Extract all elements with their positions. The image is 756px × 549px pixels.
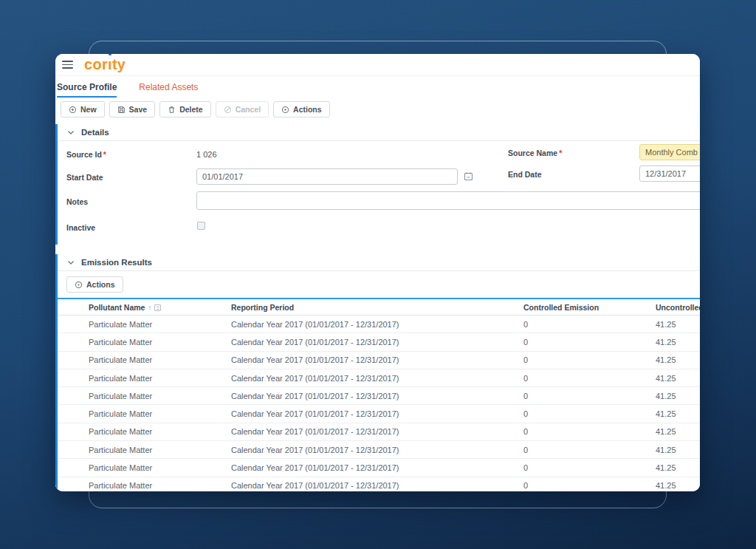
column-menu-icon[interactable] [154,304,161,311]
table-cell: 41.25 [656,355,700,364]
source-name-input[interactable] [639,144,700,160]
source-name-label: Source Name* [508,149,562,157]
tab-source-profile[interactable]: Source Profile [57,82,117,92]
table-cell: Particulate Matter [89,481,231,490]
table-cell: 41.25 [656,392,700,400]
start-date-input[interactable] [196,168,458,185]
table-cell: 0 [523,463,656,472]
section-title: Emission Results [81,258,152,267]
cancel-icon [224,106,232,114]
logo-dot-i: ı [108,56,112,72]
emission-results-section-header[interactable]: Emission Results [58,254,700,271]
required-asterisk: * [103,150,106,159]
table-cell: Calendar Year 2017 (01/01/2017 - 12/31/2… [231,446,523,454]
table-row[interactable]: Particulate MatterCalendar Year 2017 (01… [58,387,700,405]
table-cell: 0 [523,427,656,436]
table-cell: 0 [523,392,656,400]
table-cell: Particulate Matter [89,463,231,472]
table-cell: 41.25 [656,463,700,472]
table-row[interactable]: Particulate MatterCalendar Year 2017 (01… [58,477,700,491]
sort-ascending-icon[interactable]: ↑ [148,304,151,312]
table-cell: Calendar Year 2017 (01/01/2017 - 12/31/2… [231,409,523,418]
button-label: Delete [179,105,203,114]
toolbar: NewSaveDeleteCancelActions [61,101,330,117]
table-cell: 41.25 [656,446,700,454]
save-icon [117,106,126,114]
inactive-checkbox[interactable] [197,222,205,230]
column-header-pollutant-name[interactable]: Pollutant Name↑ [89,303,231,312]
actions-button[interactable]: Actions [273,101,330,117]
button-label: Actions [86,280,115,289]
table-cell: 0 [523,338,656,347]
button-label: New [80,105,97,114]
delete-icon [168,106,176,114]
notes-input[interactable] [196,191,700,210]
details-section-header[interactable]: Details [58,124,700,141]
table-cell: 41.25 [656,374,700,383]
emission-table-header: Pollutant Name↑ Reporting Period Control… [58,298,700,316]
button-label: Save [129,105,148,114]
table-row[interactable]: Particulate MatterCalendar Year 2017 (01… [58,333,700,351]
table-row[interactable]: Particulate MatterCalendar Year 2017 (01… [58,405,700,423]
table-cell: 0 [523,374,656,383]
column-header-controlled-emission[interactable]: Controlled Emission [523,303,656,312]
table-cell: Calendar Year 2017 (01/01/2017 - 12/31/2… [231,427,523,436]
emission-table: Pollutant Name↑ Reporting Period Control… [58,298,700,491]
hamburger-menu-icon[interactable] [62,61,73,69]
tab-related-assets[interactable]: Related Assets [139,82,198,92]
table-cell: Calendar Year 2017 (01/01/2017 - 12/31/2… [231,481,523,490]
emission-table-body: Particulate MatterCalendar Year 2017 (01… [58,316,700,491]
table-cell: Particulate Matter [89,355,231,364]
table-cell: 41.25 [656,409,700,418]
table-row[interactable]: Particulate MatterCalendar Year 2017 (01… [58,369,700,387]
chevron-down-icon [67,130,75,135]
cancel-button[interactable]: Cancel [216,101,269,117]
actions-icon [75,281,83,289]
table-cell: 0 [523,446,656,454]
end-date-label: End Date [508,170,542,179]
emission-actions-button[interactable]: Actions [66,276,123,293]
save-button[interactable]: Save [109,101,156,117]
source-id-label: Source Id* [66,150,106,159]
table-row[interactable]: Particulate MatterCalendar Year 2017 (01… [58,352,700,369]
calendar-icon[interactable] [464,171,473,181]
button-label: Cancel [236,105,261,114]
table-cell: 41.25 [656,427,700,436]
delete-button[interactable]: Delete [159,101,211,117]
table-cell: Particulate Matter [89,409,231,418]
emission-results-section: Emission Results Actions Pollutant Name↑… [55,254,700,491]
table-cell: Particulate Matter [89,338,231,347]
details-section: Details Source Id* 1 026 Source Name* St… [55,124,700,245]
table-cell: Calendar Year 2017 (01/01/2017 - 12/31/2… [231,338,523,347]
table-cell: 41.25 [656,320,700,329]
column-header-uncontrolled-emission[interactable]: Uncontrolled Emission [656,303,700,312]
notes-label: Notes [66,197,88,206]
table-cell: Particulate Matter [89,374,231,383]
table-cell: Particulate Matter [89,392,231,400]
end-date-input[interactable] [639,166,700,182]
table-cell: Calendar Year 2017 (01/01/2017 - 12/31/2… [231,320,523,329]
app-window: corıty Source Profile Related Assets New… [55,54,700,491]
top-bar: corıty [55,54,700,76]
table-row[interactable]: Particulate MatterCalendar Year 2017 (01… [58,441,700,459]
column-header-reporting-period[interactable]: Reporting Period [231,303,523,312]
logo-text-part: ty [112,56,126,72]
table-cell: 41.25 [656,481,700,490]
button-label: Actions [293,105,322,114]
actions-icon [281,106,289,114]
section-title: Details [81,128,109,137]
new-button[interactable]: New [61,101,105,117]
table-cell: 41.25 [656,338,700,347]
source-id-value: 1 026 [196,150,217,159]
start-date-label: Start Date [66,173,103,182]
new-icon [69,106,77,114]
table-cell: Calendar Year 2017 (01/01/2017 - 12/31/2… [231,355,523,364]
table-row[interactable]: Particulate MatterCalendar Year 2017 (01… [58,459,700,477]
table-row[interactable]: Particulate MatterCalendar Year 2017 (01… [58,423,700,441]
required-asterisk: * [559,149,562,157]
table-cell: Particulate Matter [89,320,231,329]
table-cell: Particulate Matter [89,427,231,436]
table-row[interactable]: Particulate MatterCalendar Year 2017 (01… [58,316,700,333]
table-cell: Calendar Year 2017 (01/01/2017 - 12/31/2… [231,374,523,383]
chevron-down-icon [67,260,75,265]
